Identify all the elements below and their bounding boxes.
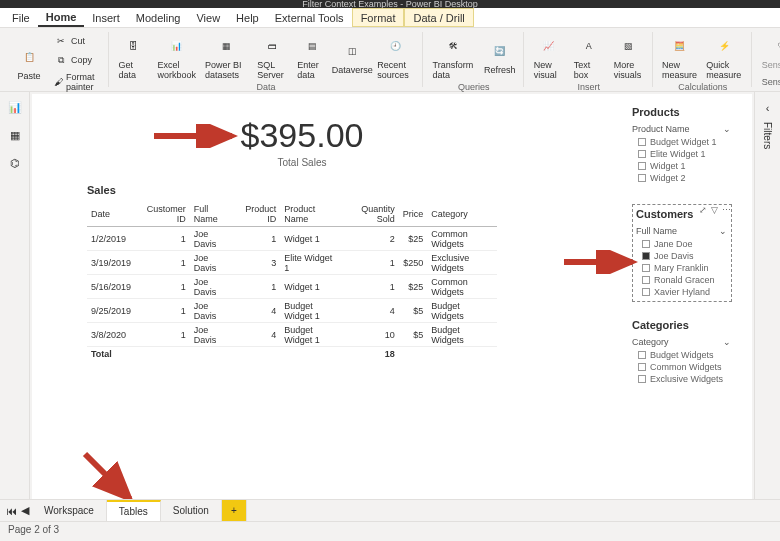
checkbox-icon (642, 276, 650, 284)
shield-icon: 🛡 (770, 34, 780, 58)
menu-home[interactable]: Home (38, 8, 85, 27)
slicer-option[interactable]: Joe Davis (636, 250, 728, 262)
get-data-button[interactable]: 🗄Get data (117, 32, 151, 82)
slicer-field[interactable]: Product Name⌄ (632, 122, 732, 136)
col-header[interactable]: Customer ID (135, 202, 190, 227)
quick-measure-button[interactable]: ⚡Quick measure (704, 32, 745, 82)
slicer-option[interactable]: Ronald Gracen (636, 274, 728, 286)
card-visual-total-sales[interactable]: $395.00 Total Sales (172, 116, 432, 168)
ribbon-group-data: 🗄Get data 📊Excel workbook ▦Power BI data… (111, 32, 423, 87)
checkbox-icon (642, 288, 650, 296)
filter-icon[interactable]: ▽ (711, 205, 718, 215)
slicer-option[interactable]: Common Widgets (632, 361, 732, 373)
tab-tables[interactable]: Tables (107, 500, 161, 522)
col-header[interactable]: Price (399, 202, 428, 227)
col-header[interactable]: Quantity Sold (343, 202, 398, 227)
group-label: Data (257, 82, 276, 92)
ribbon-group-queries: 🛠Transform data 🔄Refresh Queries (425, 32, 524, 87)
menu-view[interactable]: View (188, 8, 228, 27)
dataverse-button[interactable]: ◫Dataverse (335, 37, 369, 77)
col-header[interactable]: Full Name (190, 202, 234, 227)
sql-button[interactable]: 🗃SQL Server (255, 32, 289, 82)
more-visuals-button[interactable]: ▧More visuals (612, 32, 646, 82)
table-row[interactable]: 5/16/20191Joe Davis1Widget 11$25Common W… (87, 275, 497, 299)
slicer-title: Products (632, 106, 732, 118)
pbi-icon: ▦ (214, 34, 238, 58)
svg-line-2 (85, 454, 130, 499)
more-options-icon[interactable]: ⋯ (722, 205, 731, 215)
chevron-down-icon: ⌄ (722, 337, 732, 347)
slicer-option[interactable]: Xavier Hyland (636, 286, 728, 298)
model-view-icon[interactable]: ⌬ (6, 154, 24, 172)
slicer-option[interactable]: Budget Widgets (632, 349, 732, 361)
tab-add-page[interactable]: + (222, 500, 247, 522)
slicer-option[interactable]: Mary Franklin (636, 262, 728, 274)
menu-help[interactable]: Help (228, 8, 267, 27)
slicer-categories[interactable]: Categories Category⌄ Budget WidgetsCommo… (632, 319, 732, 385)
cut-button[interactable]: ✂Cut (52, 32, 102, 50)
table-row[interactable]: 3/8/20201Joe Davis4Budget Widget 110$5Bu… (87, 323, 497, 347)
paste-button[interactable]: 📋Paste (12, 43, 46, 83)
menu-file[interactable]: File (4, 8, 38, 27)
kpi-caption: Total Sales (172, 157, 432, 168)
right-collapsed-panes: ‹ Filters (754, 92, 780, 521)
menu-data-drill[interactable]: Data / Drill (404, 8, 473, 27)
transform-button[interactable]: 🛠Transform data (431, 32, 477, 82)
report-view-icon[interactable]: 📊 (6, 98, 24, 116)
text-box-button[interactable]: AText box (572, 32, 606, 82)
table-row[interactable]: 1/2/20191Joe Davis1Widget 12$25Common Wi… (87, 227, 497, 251)
slicer-customers[interactable]: ⤢▽⋯ Customers Full Name⌄ Jane DoeJoe Dav… (632, 204, 732, 302)
new-visual-button[interactable]: 📈New visual (532, 32, 566, 82)
recent-sources-button[interactable]: 🕘Recent sources (375, 32, 415, 82)
visual-header-tools[interactable]: ⤢▽⋯ (699, 205, 731, 215)
col-header[interactable]: Date (87, 202, 135, 227)
col-header[interactable]: Product ID (233, 202, 280, 227)
tab-workspace[interactable]: Workspace (32, 500, 107, 522)
focus-icon[interactable]: ⤢ (699, 205, 707, 215)
report-canvas[interactable]: $395.00 Total Sales Sales DateCustomer I… (32, 94, 752, 519)
new-measure-button[interactable]: 🧮New measure (661, 32, 699, 82)
tab-nav-prev[interactable]: ◀ (18, 504, 32, 517)
checkbox-icon (638, 174, 646, 182)
menu-modeling[interactable]: Modeling (128, 8, 189, 27)
refresh-icon: 🔄 (488, 39, 512, 63)
slicer-option[interactable]: Jane Doe (636, 238, 728, 250)
chevron-left-icon[interactable]: ‹ (766, 102, 770, 114)
database-icon: 🗄 (122, 34, 146, 58)
menu-format[interactable]: Format (352, 8, 405, 27)
ribbon-group-clipboard: 📋Paste ✂Cut ⧉Copy 🖌Format painter Clipbo… (6, 32, 109, 87)
slicer-option[interactable]: Widget 1 (632, 160, 732, 172)
enter-data-button[interactable]: ▤Enter data (295, 32, 329, 82)
kpi-value: $395.00 (172, 116, 432, 155)
slicer-field[interactable]: Category⌄ (632, 335, 732, 349)
measure-icon: 🧮 (668, 34, 692, 58)
table-visual-sales[interactable]: Sales DateCustomer IDFull NameProduct ID… (87, 184, 497, 360)
slicer-products[interactable]: Products Product Name⌄ Budget Widget 1El… (632, 106, 732, 184)
col-header[interactable]: Product Name (280, 202, 343, 227)
refresh-button[interactable]: 🔄Refresh (483, 37, 517, 77)
excel-button[interactable]: 📊Excel workbook (157, 32, 198, 82)
table-row[interactable]: 9/25/20191Joe Davis4Budget Widget 14$5Bu… (87, 299, 497, 323)
recent-icon: 🕘 (383, 34, 407, 58)
group-label: Insert (578, 82, 601, 92)
slicer-option[interactable]: Elite Widget 1 (632, 148, 732, 160)
menu-external-tools[interactable]: External Tools (267, 8, 352, 27)
slicer-option[interactable]: Widget 2 (632, 172, 732, 184)
col-header[interactable]: Category (427, 202, 497, 227)
copy-button[interactable]: ⧉Copy (52, 51, 102, 69)
slicer-option[interactable]: Budget Widget 1 (632, 136, 732, 148)
page-tab-bar: ⏮ ◀ Workspace Tables Solution + (0, 499, 780, 521)
filters-pane-toggle[interactable]: Filters (762, 122, 773, 149)
pbi-datasets-button[interactable]: ▦Power BI datasets (203, 32, 249, 82)
slicer-option[interactable]: Exclusive Widgets (632, 373, 732, 385)
slicer-field[interactable]: Full Name⌄ (636, 224, 728, 238)
group-label: Queries (458, 82, 490, 92)
tab-solution[interactable]: Solution (161, 500, 222, 522)
checkbox-icon (638, 138, 646, 146)
tab-nav-first[interactable]: ⏮ (4, 505, 18, 517)
menu-insert[interactable]: Insert (84, 8, 128, 27)
data-view-icon[interactable]: ▦ (6, 126, 24, 144)
format-painter-button[interactable]: 🖌Format painter (52, 70, 102, 94)
table-row[interactable]: 3/19/20191Joe Davis3Elite Widget 11$250E… (87, 251, 497, 275)
chevron-down-icon: ⌄ (722, 124, 732, 134)
